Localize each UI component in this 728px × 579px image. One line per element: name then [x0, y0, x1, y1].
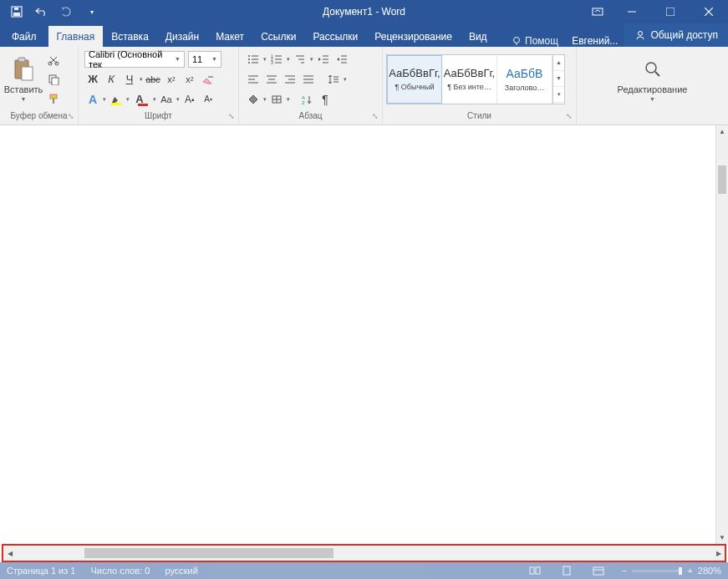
tell-me[interactable]: Помощ [505, 35, 565, 47]
show-marks-icon[interactable]: ¶ [317, 91, 333, 108]
highlight-icon[interactable] [108, 91, 125, 108]
chevron-down-icon[interactable]: ▾ [263, 96, 267, 103]
page-status[interactable]: Страница 1 из 1 [7, 566, 75, 576]
justify-icon[interactable] [300, 71, 317, 88]
document-canvas[interactable] [0, 125, 715, 544]
chevron-down-icon[interactable]: ▾ [176, 96, 180, 103]
zoom-in-icon[interactable]: + [687, 566, 692, 576]
chevron-down-icon[interactable]: ▾ [287, 56, 290, 63]
redo-icon[interactable] [60, 5, 74, 18]
subscript-button[interactable]: x2 [163, 71, 180, 88]
styles-launcher-icon[interactable]: ⤡ [564, 112, 574, 122]
style-normal[interactable]: АаБбВвГг, ¶ Обычный [387, 55, 442, 104]
close-button[interactable] [690, 0, 728, 23]
text-effects-icon[interactable]: A [84, 91, 101, 108]
vertical-scrollbar[interactable]: ▲ ▼ [715, 125, 728, 544]
font-size-input[interactable]: 11▼ [188, 51, 221, 68]
chevron-down-icon[interactable]: ▾ [287, 96, 290, 103]
align-center-icon[interactable] [263, 71, 280, 88]
font-name-input[interactable]: Calibri (Основной тек▼ [84, 51, 185, 68]
minimize-button[interactable] [613, 0, 651, 23]
multilevel-list-icon[interactable] [292, 51, 308, 68]
underline-button[interactable]: Ч [121, 71, 138, 88]
styles-down-icon[interactable]: ▼ [553, 71, 564, 87]
grow-font-icon[interactable]: A▴ [181, 91, 198, 108]
clear-formatting-icon[interactable] [200, 71, 216, 88]
zoom-slider[interactable] [632, 570, 682, 572]
word-count[interactable]: Число слов: 0 [90, 566, 150, 576]
tab-references[interactable]: Ссылки [252, 26, 304, 47]
line-spacing-icon[interactable] [325, 71, 342, 88]
increase-indent-icon[interactable] [333, 51, 350, 68]
paragraph-launcher-icon[interactable]: ⤡ [370, 112, 380, 122]
format-painter-icon[interactable] [45, 90, 62, 107]
share-icon [634, 29, 646, 41]
chevron-down-icon[interactable]: ▼ [211, 56, 217, 62]
editing-button[interactable]: Редактирование ▼ [611, 49, 695, 109]
qat-customize-icon[interactable]: ▾ [85, 5, 99, 18]
borders-icon[interactable] [268, 91, 285, 108]
paste-button[interactable]: Вставить ▼ [3, 49, 43, 109]
scroll-down-icon[interactable]: ▼ [716, 531, 728, 544]
italic-button[interactable]: К [103, 71, 120, 88]
scroll-right-icon[interactable]: ▶ [712, 546, 725, 561]
bold-button[interactable]: Ж [84, 71, 101, 88]
read-mode-icon[interactable] [527, 563, 543, 578]
web-layout-icon[interactable] [590, 563, 607, 578]
horizontal-scrollbar[interactable]: ◀ ▶ [3, 546, 725, 561]
tab-home[interactable]: Главная [48, 26, 104, 47]
undo-icon[interactable] [35, 5, 48, 18]
scroll-up-icon[interactable]: ▲ [716, 125, 728, 138]
styles-up-icon[interactable]: ▲ [553, 55, 564, 71]
align-left-icon[interactable] [245, 71, 262, 88]
decrease-indent-icon[interactable] [315, 51, 332, 68]
scroll-track[interactable] [16, 546, 712, 561]
zoom-out-icon[interactable]: − [622, 566, 627, 576]
align-right-icon[interactable] [282, 71, 298, 88]
chevron-down-icon[interactable]: ▾ [140, 76, 143, 83]
chevron-down-icon[interactable]: ▾ [310, 56, 313, 63]
language-status[interactable]: русский [165, 566, 197, 576]
change-case-icon[interactable]: Aa [158, 91, 175, 108]
tab-insert[interactable]: Вставка [103, 26, 157, 47]
ribbon-options-icon[interactable] [589, 3, 606, 20]
svg-rect-70 [593, 567, 603, 575]
zoom-level[interactable]: 280% [698, 566, 721, 576]
superscript-button[interactable]: x2 [181, 71, 198, 88]
strikethrough-button[interactable]: abc [145, 71, 161, 88]
bullets-icon[interactable] [245, 51, 262, 68]
svg-text:3: 3 [271, 60, 273, 64]
sort-icon[interactable]: AZ [298, 91, 315, 108]
cut-icon[interactable] [45, 52, 62, 69]
style-no-spacing[interactable]: АаБбВвГг, ¶ Без инте… [442, 55, 497, 104]
chevron-down-icon[interactable]: ▼ [175, 56, 181, 62]
shrink-font-icon[interactable]: A▾ [200, 91, 216, 108]
numbering-icon[interactable]: 123 [268, 51, 285, 68]
scroll-thumb[interactable] [718, 165, 726, 194]
save-icon[interactable] [10, 5, 23, 18]
tab-design[interactable]: Дизайн [157, 26, 207, 47]
scroll-left-icon[interactable]: ◀ [3, 546, 16, 561]
tab-view[interactable]: Вид [461, 26, 496, 47]
copy-icon[interactable] [45, 71, 62, 88]
clipboard-launcher-icon[interactable]: ⤡ [66, 112, 76, 122]
share-button[interactable]: Общий доступ [624, 23, 728, 47]
user-name[interactable]: Евгений... [565, 35, 624, 47]
chevron-down-icon[interactable]: ▾ [153, 96, 156, 103]
style-heading1[interactable]: АаБбВ Заголово… [497, 55, 552, 104]
scroll-thumb[interactable] [84, 548, 333, 558]
print-layout-icon[interactable] [558, 563, 575, 578]
tab-review[interactable]: Рецензирование [366, 26, 461, 47]
maximize-button[interactable] [651, 0, 690, 23]
chevron-down-icon[interactable]: ▾ [126, 96, 130, 103]
shading-icon[interactable] [245, 91, 262, 108]
chevron-down-icon[interactable]: ▾ [263, 56, 267, 63]
chevron-down-icon[interactable]: ▾ [344, 76, 347, 83]
tab-file[interactable]: Файл [0, 26, 48, 47]
chevron-down-icon[interactable]: ▾ [103, 96, 106, 103]
font-launcher-icon[interactable]: ⤡ [227, 112, 237, 122]
styles-more-icon[interactable]: ▾ [553, 87, 564, 103]
styles-gallery[interactable]: АаБбВвГг, ¶ Обычный АаБбВвГг, ¶ Без инте… [386, 54, 565, 104]
tab-layout[interactable]: Макет [207, 26, 252, 47]
tab-mailings[interactable]: Рассылки [304, 26, 366, 47]
